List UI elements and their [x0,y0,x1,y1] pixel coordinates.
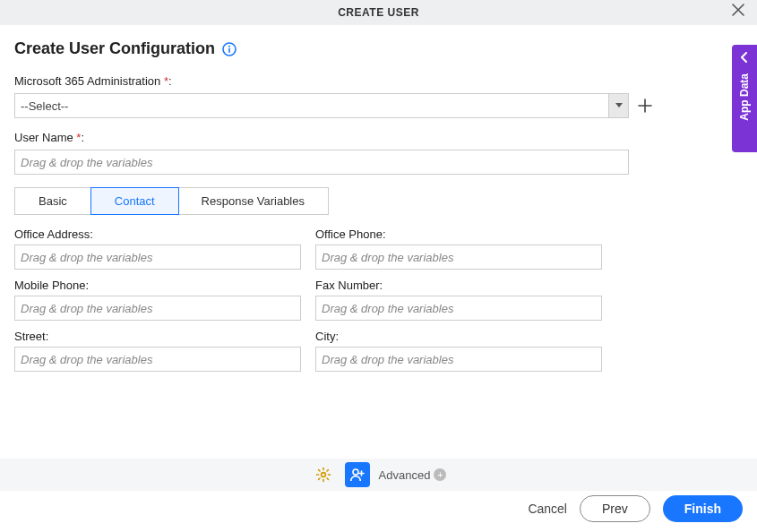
fax-number-input[interactable] [315,296,602,321]
settings-button[interactable] [311,462,336,487]
office-phone-input[interactable] [315,245,602,270]
svg-point-4 [353,469,358,475]
modal-body: Create User Configuration Microsoft 365 … [0,25,757,372]
contact-tabs: Basic Contact Response Variables [14,187,329,215]
modal-title: CREATE USER [338,6,419,19]
tab-response-variables[interactable]: Response Variables [178,188,328,214]
user-plus-icon [349,467,366,483]
bottom-toolbar: Advanced + [0,459,757,491]
prev-button[interactable]: Prev [580,495,650,522]
admin-select[interactable]: --Select-- [14,93,629,118]
add-admin-button[interactable] [638,99,654,113]
cancel-button[interactable]: Cancel [528,502,567,516]
office-address-input[interactable] [14,245,301,270]
office-phone-label: Office Phone: [315,227,602,241]
contact-fields: Office Address: Office Phone: Mobile Pho… [14,227,629,372]
plus-circle-icon: + [434,468,446,481]
street-input[interactable] [14,347,301,372]
mobile-phone-label: Mobile Phone: [14,279,301,292]
info-icon[interactable] [222,42,237,56]
advanced-toggle[interactable]: Advanced + [379,468,447,482]
page-title: Create User Configuration [14,39,215,58]
close-icon[interactable] [732,4,750,16]
gear-icon [315,467,331,483]
add-user-action-button[interactable] [345,462,370,487]
svg-rect-2 [228,47,230,52]
office-address-label: Office Address: [14,227,301,241]
username-input[interactable] [14,150,629,175]
admin-select-value: --Select-- [15,94,608,117]
svg-point-1 [228,45,230,47]
chevron-down-icon [608,94,628,117]
app-data-side-tab[interactable]: App Data [732,45,757,152]
app-data-label: App Data [738,73,751,121]
admin-label: Microsoft 365 Administration *: [14,74,743,88]
fax-number-label: Fax Number: [315,279,602,292]
street-label: Street: [14,330,301,343]
action-row: Cancel Prev Finish [0,491,757,527]
username-label: User Name *: [14,131,743,144]
city-input[interactable] [315,347,602,372]
city-label: City: [315,330,602,343]
tab-basic[interactable]: Basic [15,188,91,214]
finish-button[interactable]: Finish [663,495,743,522]
chevron-left-icon [741,52,748,63]
advanced-label: Advanced [379,468,431,482]
mobile-phone-input[interactable] [14,296,301,321]
modal-header: CREATE USER [0,0,757,25]
tab-contact[interactable]: Contact [90,187,179,215]
svg-point-3 [321,473,325,477]
